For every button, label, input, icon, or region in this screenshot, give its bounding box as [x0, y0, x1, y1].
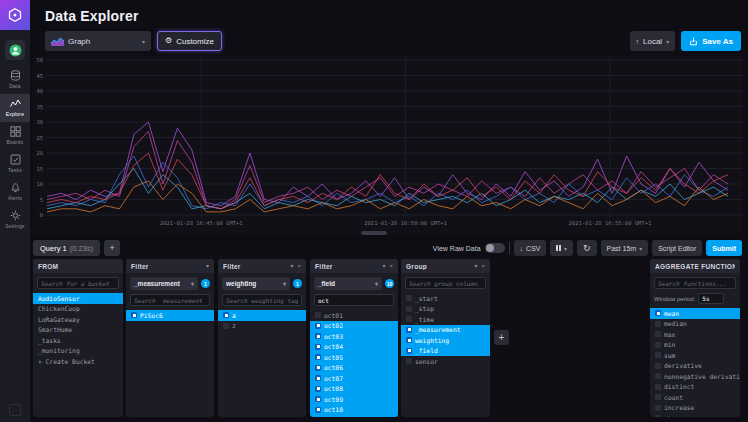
autorefresh-dropdown[interactable]: ▾ [550, 240, 573, 256]
panel-title: AGGREGATE FUNCTIONS [655, 263, 735, 270]
close-icon[interactable]: × [389, 263, 393, 269]
submit-label: Submit [712, 245, 736, 252]
list-item[interactable]: + Create Bucket [33, 356, 123, 367]
selected-count-badge: 10 [385, 279, 394, 288]
list-item[interactable]: a [218, 310, 306, 321]
panel-resize-handle[interactable] [361, 231, 387, 235]
functions-search-input[interactable] [654, 277, 736, 289]
measurement-search-input[interactable] [130, 294, 210, 306]
list-item[interactable]: _time [401, 314, 490, 325]
sidebar-item-explore[interactable]: Explore [0, 94, 30, 122]
sidebar-item-settings[interactable]: Settings [0, 206, 30, 234]
add-query-button[interactable]: + [104, 240, 120, 256]
list-item[interactable]: oct02 [310, 321, 398, 332]
list-item[interactable]: sum [650, 350, 740, 361]
list-item[interactable]: derivative [650, 361, 740, 372]
list-item[interactable]: oct04 [310, 342, 398, 353]
sidebar-footer-icon[interactable] [9, 404, 21, 416]
list-item[interactable]: sensor [401, 356, 490, 367]
chevron-down-icon[interactable]: ▾ [474, 263, 477, 269]
bucket-search-input[interactable] [37, 277, 119, 289]
filter-field-panel: Filter ▾ × _field ▾ 10 oct01oct02oct03oc… [310, 259, 398, 417]
list-item[interactable]: _start [401, 293, 490, 304]
checkbox-icon [315, 396, 321, 402]
user-avatar[interactable] [5, 40, 25, 60]
chevron-down-icon[interactable]: ▾ [382, 263, 385, 269]
filter-key-dropdown[interactable]: _field ▾ [314, 277, 382, 290]
checkbox-icon [655, 331, 661, 337]
checkbox-icon [406, 348, 412, 354]
timezone-label: Local [643, 37, 662, 46]
sidebar-item-alerts[interactable]: Alerts [0, 178, 30, 206]
save-as-button[interactable]: Save As [681, 31, 741, 51]
time-range-dropdown[interactable]: Past 15m ▾ [601, 240, 649, 256]
list-item[interactable]: oct08 [310, 384, 398, 395]
list-item[interactable]: max [650, 329, 740, 340]
chevron-down-icon[interactable]: ▾ [290, 263, 293, 269]
filter-key-dropdown[interactable]: weighting ▾ [222, 277, 290, 290]
list-item[interactable]: _field [401, 346, 490, 357]
list-item[interactable]: increase [650, 403, 740, 414]
checkbox-icon [406, 337, 412, 343]
list-item[interactable]: oct03 [310, 331, 398, 342]
field-search-input[interactable] [314, 294, 394, 306]
list-item[interactable]: min [650, 340, 740, 351]
chart-plot-area[interactable] [47, 58, 742, 217]
list-item[interactable]: oct01 [310, 310, 398, 321]
sidebar-item-tasks[interactable]: Tasks [0, 150, 30, 178]
view-raw-data-toggle[interactable] [485, 243, 505, 253]
list-item[interactable]: oct05 [310, 352, 398, 363]
close-icon[interactable]: × [481, 263, 485, 269]
influxdb-logo[interactable] [0, 0, 30, 30]
list-item[interactable]: AudioSensor [33, 293, 123, 304]
timezone-dropdown[interactable]: ↑ Local ▾ [630, 31, 676, 51]
close-icon[interactable]: × [297, 263, 301, 269]
list-item[interactable]: _monitoring [33, 346, 123, 357]
add-filter-card-button[interactable]: + [494, 330, 509, 345]
list-item[interactable]: nonnegative derivative [650, 371, 740, 382]
refresh-button[interactable]: ↻ [577, 240, 597, 256]
list-item[interactable]: _stop [401, 304, 490, 315]
list-item[interactable]: mean [650, 308, 740, 319]
list-item[interactable]: oct07 [310, 373, 398, 384]
window-period-input[interactable] [698, 293, 724, 304]
chevron-down-icon[interactable]: ▾ [206, 263, 209, 269]
list-item[interactable]: oct09 [310, 394, 398, 405]
sidebar-item-boards[interactable]: Boards [0, 122, 30, 150]
list-item[interactable]: oct10 [310, 405, 398, 416]
checkbox-icon [223, 323, 229, 329]
query-tab[interactable]: Query 1 (0.23s) [33, 240, 100, 256]
weighting-search-input[interactable] [222, 294, 302, 306]
list-item[interactable]: oct11 [310, 415, 398, 417]
list-item[interactable]: oct06 [310, 363, 398, 374]
view-type-dropdown[interactable]: Graph ▾ [45, 31, 151, 51]
list-item[interactable]: weighting [401, 335, 490, 346]
page-title: Data Explorer [45, 8, 139, 24]
filter-key-dropdown[interactable]: _measurement ▾ [130, 277, 198, 290]
customize-button[interactable]: ⚙ Customize [157, 31, 222, 51]
submit-button[interactable]: Submit [706, 240, 742, 256]
list-item-label: _monitoring [38, 347, 80, 354]
group-search-input[interactable] [405, 277, 486, 289]
list-item-label: derivative [664, 362, 702, 369]
list-item[interactable]: distinct [650, 382, 740, 393]
chart-line-series-6 [47, 153, 728, 209]
csv-download-button[interactable]: ↓ CSV [514, 240, 547, 256]
list-item[interactable]: _tasks [33, 335, 123, 346]
list-item[interactable]: count [650, 392, 740, 403]
checkbox-icon [406, 295, 412, 301]
sidebar-item-data[interactable]: Data [0, 66, 30, 94]
list-item[interactable]: z [218, 321, 306, 332]
script-editor-button[interactable]: Script Editor [652, 240, 702, 256]
y-axis-tick: 15 [36, 166, 43, 172]
plus-icon: + [499, 332, 505, 343]
list-item[interactable]: SmartHome [33, 325, 123, 336]
window-period-label: Window period: [654, 296, 695, 302]
list-item[interactable]: skew [650, 413, 740, 417]
list-item[interactable]: _measurement [401, 325, 490, 336]
list-item[interactable]: median [650, 319, 740, 330]
view-raw-data-label: View Raw Data [433, 245, 481, 252]
list-item[interactable]: ChickenCoop [33, 304, 123, 315]
list-item[interactable]: LoRaGateway [33, 314, 123, 325]
list-item[interactable]: PiSoc6 [126, 310, 214, 321]
